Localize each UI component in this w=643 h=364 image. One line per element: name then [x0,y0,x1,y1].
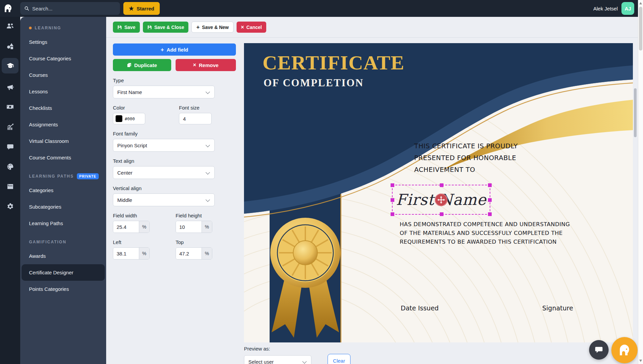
top-bar: ★ Starred Alek Jetsel AJ [0,0,643,17]
sidebar-item-points-categories[interactable]: Points Categories [20,281,106,297]
sidebar-item-course-comments[interactable]: Course Comments [20,149,106,166]
chevron-down-icon [206,143,210,147]
top-group: % [176,247,212,260]
rail-chat-icon[interactable] [2,140,19,153]
rail-window-icon[interactable] [2,180,19,193]
font-family-label: Font family [113,131,236,136]
sidebar-item-virtual-classroom[interactable]: Virtual Classroom [20,133,106,149]
rail-megaphone-icon[interactable] [2,81,19,93]
starred-label: Starred [136,6,154,11]
icon-rail [0,17,20,364]
font-size-input[interactable] [179,113,212,124]
chat-widget-button[interactable] [589,340,609,360]
resize-handle-sw[interactable] [391,212,394,216]
sidebar-item-categories[interactable]: Categories [20,182,106,199]
sidebar-item-lessons[interactable]: Lessons [20,83,106,100]
certificate-subtitle: OF COMPLETION [264,77,364,89]
plus-icon: + [160,47,164,53]
resize-handle-s[interactable] [440,212,443,216]
rail-chart-growth-icon[interactable] [2,120,19,133]
resize-handle-nw[interactable] [391,183,394,187]
resize-handle-n[interactable] [440,183,443,187]
page-scrollbar-thumb[interactable] [634,88,637,137]
font-family-select[interactable]: Pinyon Script [113,139,215,152]
field-width-input[interactable] [113,221,139,233]
chevron-down-icon [206,170,210,175]
global-search[interactable] [20,2,120,15]
vertical-align-select[interactable]: Middle [113,193,215,206]
sidebar-item-subcategories[interactable]: Subcategories [20,199,106,215]
preview-user-select[interactable]: Select user [244,355,311,364]
cancel-button[interactable]: × Cancel [237,22,266,33]
rail-palette-icon[interactable] [2,160,19,173]
copy-icon [127,63,131,67]
save-close-button[interactable]: Save & Close [143,22,189,33]
user-name: Alek Jetsel [593,0,618,17]
color-input[interactable]: #000 [113,113,145,124]
field-height-input[interactable] [176,221,202,233]
left-label: Left [113,239,150,245]
color-swatch[interactable] [116,115,122,122]
move-handle-icon[interactable] [435,193,448,206]
certificate-preview[interactable]: CERTIFICATE OF COMPLETION THIS CERTIFICA… [244,43,633,342]
top-input[interactable] [176,248,202,259]
resize-handle-w[interactable] [391,198,394,202]
rail-banknote-icon[interactable] [2,100,19,113]
save-new-button[interactable]: + Save & New [191,22,233,33]
remove-button[interactable]: × Remove [176,59,236,71]
sidebar-item-assignments[interactable]: Assignments [20,116,106,133]
clear-button[interactable]: Clear [328,354,350,364]
x-icon: × [241,25,244,30]
sidebar-item-awards[interactable]: Awards [20,248,106,264]
plus-icon: + [196,24,200,30]
rail-graduation-cap-icon[interactable] [2,58,19,73]
floppy-icon [147,25,152,30]
date-issued-label: Date Issued [401,304,439,312]
x-icon: × [193,62,196,68]
section-header-learning-paths: LEARNING PATHS PRIVATE [20,171,106,182]
rail-shapes-icon[interactable] [2,39,19,52]
starred-button[interactable]: ★ Starred [123,2,160,15]
save-button[interactable]: Save [113,22,140,33]
sidebar-item-checklists[interactable]: Checklists [20,100,106,116]
nav-sidebar: LEARNING Settings Course Categories Cour… [20,17,106,364]
type-label: Type [113,78,236,83]
percent-suffix: % [139,221,149,233]
text-align-select[interactable]: Center [113,166,215,179]
type-select[interactable]: First Name [113,86,215,98]
active-section-dot-icon [29,27,32,29]
app-logo-elephant-icon[interactable] [3,3,13,14]
sidebar-item-learning-paths[interactable]: Learning Paths [20,215,106,232]
sidebar-item-course-categories[interactable]: Course Categories [20,50,106,67]
font-size-label: Font size [179,105,212,111]
certificate-body-text: HAS DEMONSTRATED COMPETENCE AND UNDERSTA… [400,220,576,246]
color-label: Color [113,105,145,111]
scroll-up-arrow-icon[interactable] [639,2,642,4]
chevron-down-icon [206,198,210,202]
percent-suffix: % [202,248,212,259]
private-badge: PRIVATE [77,173,99,179]
sidebar-item-courses[interactable]: Courses [20,67,106,83]
assistant-launcher-button[interactable] [611,337,638,363]
section-header-learning: LEARNING [20,22,106,34]
search-input[interactable] [32,6,116,11]
duplicate-button[interactable]: Duplicate [113,59,171,71]
avatar[interactable]: AJ [621,2,634,15]
rail-gear-icon[interactable] [2,200,19,213]
resize-handle-e[interactable] [488,198,492,202]
star-icon: ★ [129,5,134,12]
field-width-group: % [113,221,150,233]
add-field-button[interactable]: + Add field [113,43,236,56]
rail-users-icon[interactable] [2,20,19,32]
color-hex-value: #000 [125,116,135,121]
browser-scrollbar[interactable] [638,0,643,364]
resize-handle-se[interactable] [488,212,492,216]
scroll-down-arrow-icon[interactable] [639,360,642,362]
chevron-down-icon [302,359,307,364]
left-input[interactable] [113,248,139,259]
resize-handle-ne[interactable] [488,183,492,187]
sidebar-item-certificate-designer[interactable]: Certificate Designer [22,264,105,281]
sidebar-item-settings[interactable]: Settings [20,34,106,50]
selected-field-first-name[interactable]: First Name [392,185,490,215]
scrollbar-thumb[interactable] [639,7,642,51]
